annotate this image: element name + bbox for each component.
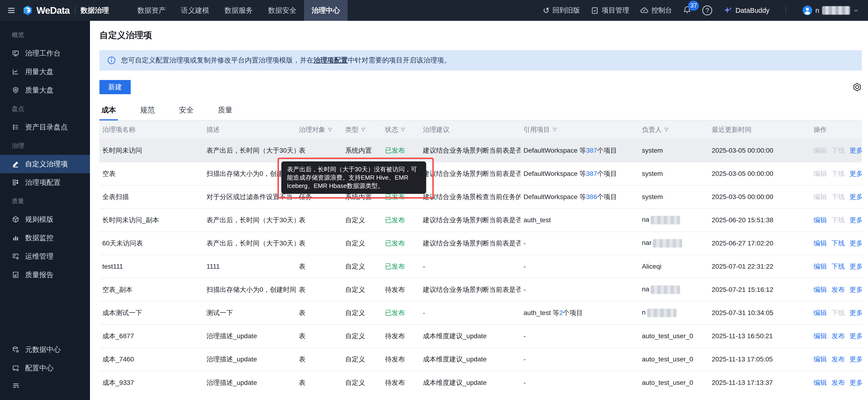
action-编辑[interactable]: 编辑 [813,286,827,293]
filter-funnel-icon[interactable] [360,127,366,133]
action-更多[interactable]: 更多 [849,147,862,154]
table-settings-icon[interactable] [852,82,862,92]
config-center-icon [12,364,20,372]
action-更多[interactable]: 更多 [849,193,862,200]
tab-2[interactable]: 安全 [177,105,195,121]
action-下线[interactable]: 下线 [832,263,845,270]
sidebar-collapse-button[interactable] [0,377,90,394]
sidebar-item-label: 治理项配置 [25,178,61,188]
action-下线[interactable]: 下线 [832,239,845,247]
hamburger-menu-icon[interactable] [7,6,16,15]
sidebar-item[interactable]: 治理项配置 [0,173,90,192]
owner-name-blurred [651,216,680,224]
sidebar-item[interactable]: 自定义治理项 [0,155,90,173]
column-header: 治理对象 [296,121,342,139]
filter-funnel-icon[interactable] [664,127,669,133]
wedata-logo[interactable]: WeData [22,5,70,16]
action-编辑[interactable]: 编辑 [813,239,827,247]
banner-link-governance-config[interactable]: 治理项配置 [313,56,348,64]
nav-item-3[interactable]: 数据安全 [260,0,304,21]
table-row: 成本_9337治理描述_update表自定义待发布成本维度建议_update-a… [99,371,862,394]
action-编辑[interactable]: 编辑 [813,263,827,270]
product-name[interactable]: 数据治理 [81,6,109,15]
action-发布[interactable]: 发布 [832,332,845,340]
cell-object: 表 [296,348,342,371]
filter-funnel-icon[interactable] [327,127,333,133]
back-to-legacy[interactable]: ↺ 回到旧版 [543,6,580,15]
cell-status: 待发布 [382,325,420,348]
action-编辑[interactable]: 编辑 [813,332,827,340]
nav-item-2[interactable]: 数据服务 [217,0,260,21]
action-编辑[interactable]: 编辑 [813,356,827,363]
sparkle-icon [723,6,733,15]
sidebar-item[interactable]: 用量大盘 [0,63,90,81]
project-management[interactable]: 项目管理 [591,6,629,15]
cell-owner: system [639,139,709,162]
cell-projects: - [521,255,639,278]
tab-0[interactable]: 成本 [99,105,118,121]
sidebar-item[interactable]: 运维管理 [0,247,90,266]
action-更多[interactable]: 更多 [849,309,862,316]
action-更多[interactable]: 更多 [849,216,862,224]
action-编辑[interactable]: 编辑 [813,216,827,224]
filter-funnel-icon[interactable] [400,127,406,133]
nav-item-0[interactable]: 数据资产 [130,0,173,21]
main-content: 自定义治理项 您可自定义配置治理项或复制并修改平台内置治理项模版，并在治理项配置… [90,21,868,400]
action-编辑[interactable]: 编辑 [813,309,827,316]
action-更多[interactable]: 更多 [849,286,862,293]
sidebar-item[interactable]: 质量报告 [0,266,90,284]
status-badge: 待发布 [385,286,405,293]
top-navbar: WeData 数据治理 数据资产语义建模数据服务数据安全治理中心 ↺ 回到旧版 … [0,0,868,21]
tab-1[interactable]: 规范 [138,105,157,121]
tab-3[interactable]: 质量 [216,105,235,121]
cell-status: 待发布 [382,278,420,301]
sidebar-item[interactable]: 质量大盘 [0,81,90,99]
cell-updated: 2025-07-31 10:34:05 [709,301,811,325]
column-header-label: 最近更新时间 [712,126,751,133]
action-发布[interactable]: 发布 [832,286,845,293]
cell-updated: 2025-06-20 15:51:38 [709,208,811,232]
cell-type: 自定义 [342,348,382,371]
help-icon[interactable]: ? [702,5,712,15]
banner-text-pre: 您可自定义配置治理项或复制并修改平台内置治理项模版，并在 [121,56,313,64]
sidebar-item[interactable]: 资产目录盘点 [0,118,90,136]
sidebar-item[interactable]: 治理工作台 [0,44,90,63]
logo-divider [75,6,75,14]
sidebar-item[interactable]: 元数据中心 [0,340,90,359]
cell-name: 60天未访问表 [99,232,204,255]
sidebar-item[interactable]: 数据监控 [0,229,90,247]
action-编辑[interactable]: 编辑 [813,379,827,386]
cell-owner: auto_test_user_0 [639,371,709,394]
column-header-label: 状态 [385,126,398,133]
action-更多[interactable]: 更多 [849,170,862,177]
nav-item-4[interactable]: 治理中心 [304,0,348,21]
cell-updated: 2025-11-13 17:05:05 [709,348,811,371]
action-更多[interactable]: 更多 [849,239,862,247]
metadata-db-icon [12,346,20,354]
cell-owner: n [639,301,709,325]
action-发布[interactable]: 发布 [832,356,845,363]
status-badge: 待发布 [385,379,405,386]
cell-type: 自定义 [342,301,382,325]
notifications-bell[interactable]: 37 [683,5,691,15]
sidebar-item[interactable]: 配置中心 [0,359,90,377]
cell-description: 表产出后，长时间（大于30天）... [204,208,296,232]
action-更多[interactable]: 更多 [849,379,862,386]
sidebar-item[interactable]: 规则模版 [0,210,90,229]
user-menu[interactable]: n [802,5,859,15]
cell-updated: 2025-11-13 16:50:21 [709,325,811,348]
databuddy-entry[interactable]: DataBuddy [723,6,770,15]
table-row: test1111111表自定义已发布--Aliceqi2025-07-01 22… [99,255,862,278]
sidebar-bottom: 元数据中心配置中心 [0,340,90,394]
action-更多[interactable]: 更多 [849,332,862,340]
console-link[interactable]: 控制台 [640,6,672,15]
cell-status: 已发布 [382,255,420,278]
sidebar-item-label: 规则模版 [25,215,54,224]
create-button[interactable]: 新建 [99,80,131,94]
action-发布[interactable]: 发布 [832,379,845,386]
action-更多[interactable]: 更多 [849,356,862,363]
action-更多[interactable]: 更多 [849,263,862,270]
clipboard-check-icon [591,6,599,14]
nav-item-1[interactable]: 语义建模 [173,0,217,21]
filter-funnel-icon[interactable] [552,127,558,133]
